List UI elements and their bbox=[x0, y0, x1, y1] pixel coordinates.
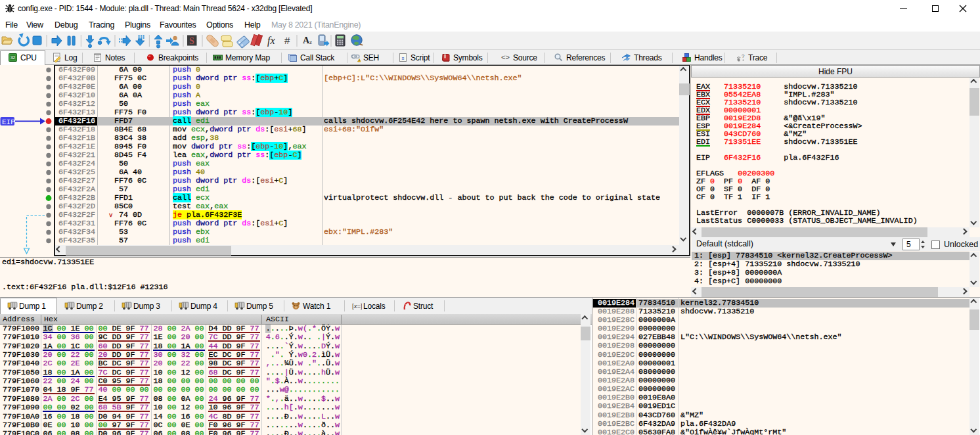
svg-text:EIP: EIP bbox=[2, 118, 15, 126]
svg-text:?: ? bbox=[742, 53, 745, 59]
svg-text:#: # bbox=[284, 35, 290, 46]
svg-text:S: S bbox=[189, 36, 194, 46]
svg-text:<>: <> bbox=[501, 53, 510, 61]
svg-text:[x=]: [x=] bbox=[352, 302, 362, 309]
svg-text:fx: fx bbox=[267, 35, 275, 47]
svg-text:32: 32 bbox=[11, 55, 16, 60]
svg-text:z: z bbox=[309, 39, 312, 45]
svg-text:s: s bbox=[401, 55, 405, 61]
